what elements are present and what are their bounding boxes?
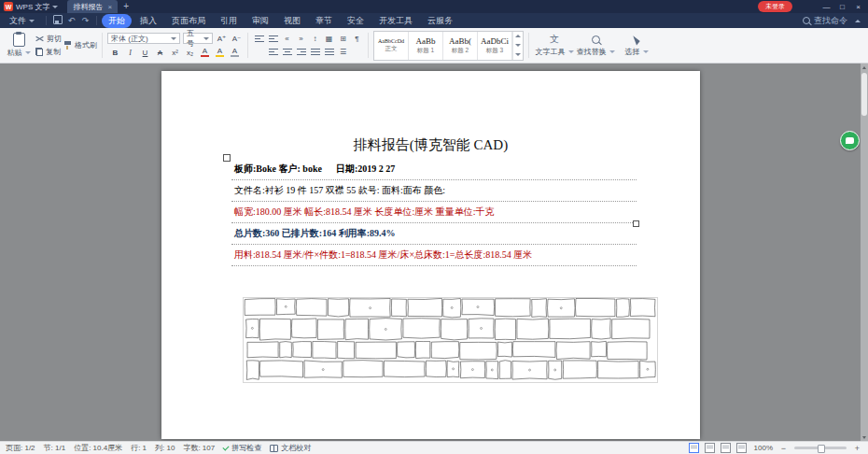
bullets-button[interactable] — [253, 34, 265, 44]
file-menu-button[interactable]: 文件 — [0, 15, 42, 27]
tab-section[interactable]: 章节 — [309, 14, 339, 28]
char-shading-button[interactable]: A — [229, 47, 241, 58]
spellcheck-button[interactable]: 拼写检查 — [223, 443, 261, 453]
copy-button[interactable]: 复制 — [35, 47, 62, 57]
show-paragraph-marks-button[interactable]: ¶ — [351, 34, 363, 44]
tab-cloud[interactable]: 云服务 — [421, 14, 459, 28]
minimize-button[interactable]: — — [819, 3, 834, 11]
document-tab[interactable]: 排料报告 × — [67, 0, 118, 13]
font-size-combo[interactable]: 五号 — [183, 33, 213, 44]
tab-view[interactable]: 视图 — [277, 14, 307, 28]
login-button[interactable]: 未登录 — [758, 1, 792, 12]
strikethrough-button[interactable]: A — [154, 47, 166, 58]
status-page[interactable]: 页面: 1/2 — [6, 443, 35, 453]
tab-page-layout[interactable]: 页面布局 — [165, 14, 212, 28]
style-heading-2[interactable]: AaBb( 标题 2 — [443, 32, 478, 60]
table-row[interactable]: 用料:818.54 厘米/件×件数:1=818.54 厘米/床×总床数:1=总长… — [231, 245, 637, 266]
scroll-up-button[interactable] — [861, 64, 868, 71]
font-name-combo[interactable]: 宋体 (正文) — [107, 33, 180, 44]
fullscreen-view-button[interactable] — [736, 443, 747, 453]
marker-layout-image[interactable] — [243, 297, 658, 383]
zoom-level[interactable]: 100% — [752, 444, 773, 452]
tab-references[interactable]: 引用 — [214, 14, 244, 28]
assistant-button[interactable] — [840, 131, 860, 150]
document-page[interactable]: 排料报告(博克智能 CAD) 板师:Boke 客户: boke 日期:2019 … — [161, 71, 700, 439]
scroll-down-button[interactable] — [861, 433, 868, 441]
table-row[interactable]: 总片数:360 已排片数:164 利用率:89.4% — [231, 223, 637, 245]
paste-button[interactable]: 粘贴 — [4, 33, 34, 58]
zoom-in-button[interactable]: + — [852, 444, 862, 453]
table-resize-handle[interactable] — [633, 220, 639, 227]
find-replace-button[interactable]: 查找替换 — [575, 34, 616, 57]
style-heading-3[interactable]: AaDbCi 标题 3 — [478, 32, 512, 60]
brush-icon — [63, 41, 72, 50]
justify-button[interactable] — [309, 47, 321, 57]
superscript-button[interactable]: x² — [169, 47, 181, 58]
align-left-button[interactable] — [267, 47, 279, 57]
align-center-button[interactable] — [281, 47, 293, 57]
cut-button[interactable]: 剪切 — [35, 34, 62, 44]
statusbar: 页面: 1/2 节: 1/1 位置: 10.4厘米 行: 1 列: 10 字数:… — [0, 441, 868, 454]
tab-insert[interactable]: 插入 — [133, 14, 163, 28]
status-section[interactable]: 节: 1/1 — [44, 443, 66, 453]
proofread-button[interactable]: 文档校对 — [270, 443, 311, 453]
bold-button[interactable]: B — [109, 47, 121, 58]
redo-icon[interactable]: ↷ — [78, 16, 92, 25]
text-tool-icon: 文 — [550, 34, 559, 45]
zoom-slider-thumb[interactable] — [818, 445, 825, 453]
shrink-font-button[interactable]: A⁻ — [231, 33, 243, 44]
tab-security[interactable]: 安全 — [341, 14, 371, 28]
chevron-down-icon — [568, 50, 574, 53]
outline-view-button[interactable] — [705, 443, 715, 453]
paragraph-settings-button[interactable]: ☰ — [337, 47, 349, 57]
divider — [528, 33, 529, 58]
restore-button[interactable]: □ — [834, 3, 850, 11]
table-row[interactable]: 板师:Boke 客户: boke 日期:2019 2 27 — [231, 159, 637, 180]
tab-dev-tools[interactable]: 开发工具 — [372, 14, 419, 28]
line-spacing-button[interactable]: ↕ — [309, 34, 321, 44]
tab-close-icon[interactable]: × — [107, 3, 112, 11]
zoom-out-button[interactable]: − — [778, 444, 789, 453]
find-command-button[interactable]: 查找命令 — [803, 15, 847, 27]
zoom-slider[interactable] — [794, 447, 847, 449]
borders-button[interactable]: ⊞ — [337, 34, 349, 44]
subscript-button[interactable]: x₂ — [184, 47, 196, 58]
vertical-scrollbar[interactable] — [861, 64, 868, 441]
tab-review[interactable]: 审阅 — [245, 14, 275, 28]
table-row[interactable]: 幅宽:180.00 厘米 幅长:818.54 厘米 长度单位:厘米 重量单位:千… — [231, 202, 637, 223]
undo-icon[interactable]: ↶ — [64, 16, 78, 25]
document-canvas[interactable]: 排料报告(博克智能 CAD) 板师:Boke 客户: boke 日期:2019 … — [0, 64, 861, 441]
increase-indent-button[interactable]: » — [295, 34, 307, 44]
highlight-color-button[interactable]: A — [214, 47, 226, 58]
gallery-scroll-up[interactable] — [512, 32, 523, 41]
table-row[interactable]: 文件名:衬衫 19 件 157 双襟 55 款号: 面料:面布 颜色: — [231, 180, 637, 202]
underline-button[interactable]: U — [139, 47, 151, 58]
status-word-count[interactable]: 字数: 107 — [183, 443, 215, 453]
align-right-button[interactable] — [295, 47, 307, 57]
gallery-scroll-down[interactable] — [512, 41, 523, 50]
scrollbar-thumb[interactable] — [861, 73, 867, 116]
shading-fill-button[interactable]: ▦ — [323, 34, 335, 44]
web-view-button[interactable] — [721, 443, 731, 453]
chevron-down-icon[interactable] — [52, 6, 58, 8]
font-color-button[interactable]: A — [199, 47, 211, 58]
style-heading-1[interactable]: AaBb 标题 1 — [409, 32, 443, 60]
grow-font-button[interactable]: A⁺ — [216, 33, 228, 44]
new-tab-button[interactable]: + — [123, 2, 129, 11]
close-button[interactable]: × — [850, 3, 866, 11]
gallery-more-button[interactable] — [512, 50, 523, 60]
collapse-ribbon-icon[interactable] — [855, 20, 861, 22]
italic-button[interactable]: I — [124, 47, 136, 58]
save-icon[interactable] — [50, 15, 64, 26]
distribute-button[interactable] — [323, 47, 335, 57]
format-painter-button[interactable]: 格式刷 — [63, 40, 97, 50]
text-tool-button[interactable]: 文 文字工具 — [534, 34, 575, 57]
numbering-button[interactable] — [267, 34, 279, 44]
decrease-indent-button[interactable]: « — [281, 34, 293, 44]
style-normal[interactable]: AaBbCcDd 正文 — [374, 32, 409, 60]
select-button[interactable]: 选择 — [616, 34, 657, 57]
page-view-button[interactable] — [689, 443, 699, 453]
report-table[interactable]: 板师:Boke 客户: boke 日期:2019 2 27 文件名:衬衫 19 … — [231, 159, 637, 266]
table-move-handle[interactable] — [223, 154, 231, 162]
tab-home[interactable]: 开始 — [102, 14, 132, 28]
